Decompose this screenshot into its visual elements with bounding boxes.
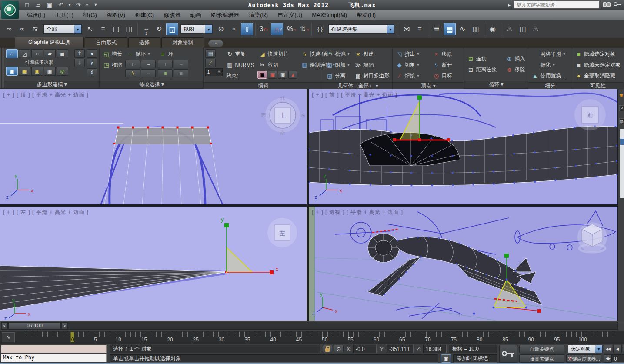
- viewport-label-left[interactable]: [ + ] [ 左 ] [ 平滑 + 高光 + 边面 ]: [3, 209, 89, 216]
- loop-shrink-button[interactable]: −: [141, 60, 156, 68]
- spinner-snap-icon[interactable]: ⇅∩: [297, 23, 309, 35]
- ring-shrink-button[interactable]: −: [174, 60, 188, 68]
- named-selection-sets-icon[interactable]: { }: [314, 23, 326, 35]
- cap-poly-button[interactable]: ▩封口多边形: [353, 71, 390, 81]
- target-weld-button[interactable]: ◎目标: [431, 71, 453, 81]
- stack-up-button[interactable]: ⇑: [74, 49, 85, 58]
- tessellate-button[interactable]: 细化▾: [530, 60, 567, 70]
- bind-spacewarp-icon[interactable]: ≋: [29, 23, 41, 35]
- hide-unselected-button[interactable]: ■隐藏未选定对象: [574, 60, 622, 70]
- subobject-edge-button[interactable]: ◿: [19, 49, 30, 58]
- search-icon[interactable]: [603, 2, 611, 7]
- previous-frame-button[interactable]: ◀|: [613, 345, 622, 353]
- modifier-list-fragment[interactable]: 修: [619, 118, 624, 124]
- render-production-icon[interactable]: ♨: [530, 23, 542, 35]
- shrink-button[interactable]: ◳收缩: [101, 60, 123, 70]
- poly-tool-button[interactable]: ▣: [6, 67, 18, 76]
- unhide-all-button[interactable]: ●全部取消隐藏: [574, 71, 622, 81]
- editable-poly-label[interactable]: 可编辑多边形: [6, 59, 72, 66]
- menu-item[interactable]: 组(G): [78, 10, 102, 20]
- dropdown-arrow-icon[interactable]: ▾: [205, 25, 212, 33]
- pin-stack-button[interactable]: ⊼: [87, 59, 97, 67]
- ring-mode-button[interactable]: ≡: [158, 69, 173, 77]
- set-key-button[interactable]: 设置关键点: [519, 354, 564, 363]
- dropdown-arrow-icon[interactable]: ▾: [595, 345, 602, 353]
- subobject-border-button[interactable]: ○: [31, 49, 43, 58]
- tab-freeform[interactable]: 自由形式: [85, 37, 127, 48]
- viewport-label-top[interactable]: [ + ] [ 顶 ] [ 平滑 + 高光 + 边面 ]: [3, 91, 89, 99]
- pivot-center-icon[interactable]: ⊙: [215, 23, 227, 35]
- snap-3d-icon[interactable]: 3∩: [258, 23, 270, 35]
- connect-button[interactable]: ⊞连接: [466, 54, 502, 64]
- previous-frame-button[interactable]: <: [1, 322, 8, 329]
- msmooth-button[interactable]: 网格平滑▾: [530, 49, 567, 59]
- edge-distance-spinner[interactable]: 1⇅: [205, 68, 223, 76]
- panel-title-loops[interactable]: 循环 ▾: [464, 81, 528, 88]
- relax-button[interactable]: ◠松弛▾: [325, 49, 351, 59]
- key-mode-toggle-button[interactable]: ◀▶: [604, 354, 612, 363]
- isolate-selection-icon[interactable]: ▣: [441, 354, 451, 363]
- z-coordinate-field[interactable]: [423, 345, 447, 353]
- select-rotate-icon[interactable]: ↻: [153, 23, 165, 35]
- create-button[interactable]: ∗创建: [353, 49, 390, 59]
- unlink-icon[interactable]: ∝: [16, 23, 28, 35]
- loop-grow-button[interactable]: +: [125, 60, 140, 68]
- viewport-top[interactable]: 上 北 南 东 西 y x z [ + ] [ 顶 ] [ 平滑 + 高光 + …: [0, 89, 307, 204]
- menu-item[interactable]: 工具(T): [50, 10, 78, 20]
- track-bar[interactable]: ∿ 05101520253035404550556065707580859095…: [0, 331, 624, 344]
- loop-button[interactable]: ╌循环▾: [125, 49, 156, 59]
- poly-tool-button[interactable]: ▣: [19, 67, 30, 76]
- set-keys-button[interactable]: [499, 345, 517, 363]
- extrude-button[interactable]: ◹挤出▾: [394, 49, 429, 59]
- time-slider-track[interactable]: [1, 322, 618, 330]
- collapse-button[interactable]: ≫塌陷: [353, 60, 390, 70]
- reference-coordinate-dropdown[interactable]: 视图 ▾: [180, 24, 213, 34]
- hide-selected-button[interactable]: ■隐藏选定对象: [574, 49, 622, 59]
- y-coordinate-field[interactable]: [387, 345, 414, 353]
- highlight-toggle-button[interactable]: ●: [87, 49, 97, 58]
- viewcube-ghost[interactable]: 左: [267, 218, 297, 247]
- menu-item[interactable]: 渲染(R): [244, 10, 273, 20]
- ribbon-handle[interactable]: [0, 48, 4, 88]
- poly-tool-button[interactable]: ▣: [44, 67, 56, 76]
- grow-button[interactable]: ◱增长: [101, 49, 123, 59]
- panel-title-geometry[interactable]: 几何体（全部） ▾: [323, 82, 392, 89]
- selection-filter-dropdown[interactable]: 全部 ▾: [43, 24, 82, 34]
- menu-item[interactable]: 自定义(U): [273, 10, 307, 20]
- percent-snap-icon[interactable]: %∩: [284, 23, 296, 35]
- viewcube-ghost[interactable]: 前: [574, 99, 606, 130]
- key-mode-dropdown[interactable]: 选定对象 ▾: [568, 345, 603, 353]
- x-coordinate-field[interactable]: [353, 345, 377, 353]
- insert-loop-button[interactable]: ⊕插入: [504, 54, 526, 64]
- panel-title-edit[interactable]: 编辑: [204, 82, 323, 89]
- menu-item[interactable]: 帮助(H): [352, 10, 380, 20]
- dropdown-arrow-icon[interactable]: ▾: [387, 25, 394, 33]
- panel-title-modify-selection[interactable]: 修改选择 ▾: [100, 81, 203, 88]
- auto-key-button[interactable]: 自动关键点: [519, 345, 564, 353]
- menu-item[interactable]: 视图(V): [102, 10, 130, 20]
- panel-title-visibility[interactable]: 可见性: [572, 82, 624, 89]
- break-button[interactable]: ϟ断开: [431, 60, 453, 70]
- tab-selection[interactable]: 选择: [128, 37, 160, 48]
- menu-item[interactable]: 图形编辑器: [206, 10, 244, 20]
- repeat-button[interactable]: ↻重复: [225, 49, 255, 59]
- maxscript-macro-recorder[interactable]: [1, 345, 107, 353]
- select-object-icon[interactable]: ↖: [84, 23, 96, 35]
- attach-button[interactable]: ▧附加▾: [325, 60, 351, 70]
- tab-graphite-modeling[interactable]: Graphite 建模工具: [15, 37, 84, 48]
- render-setup-icon[interactable]: ♨: [504, 23, 516, 35]
- use-soft-selection-button[interactable]: ▦: [205, 49, 216, 58]
- constraint-edge-button[interactable]: ▣: [257, 71, 267, 79]
- dropdown-arrow-icon[interactable]: ▾: [74, 25, 81, 33]
- subobject-polygon-button[interactable]: ▰: [44, 49, 56, 58]
- modifier-stack-fragment[interactable]: [620, 129, 624, 198]
- maxscript-listener[interactable]: Max to Phy: [1, 354, 107, 362]
- go-to-start-button[interactable]: ◀◀: [604, 345, 612, 353]
- loop-mode-button[interactable]: ϟ: [125, 69, 140, 77]
- infocenter-expand-icon[interactable]: ▸: [508, 2, 511, 8]
- ring-dot-button[interactable]: ≡: [174, 69, 188, 77]
- menu-item[interactable]: 动画: [185, 10, 206, 20]
- menu-item[interactable]: MAXScript(M): [307, 10, 352, 20]
- time-slider-handle[interactable]: 0 / 100: [8, 322, 61, 329]
- selection-lock-icon[interactable]: [323, 345, 332, 353]
